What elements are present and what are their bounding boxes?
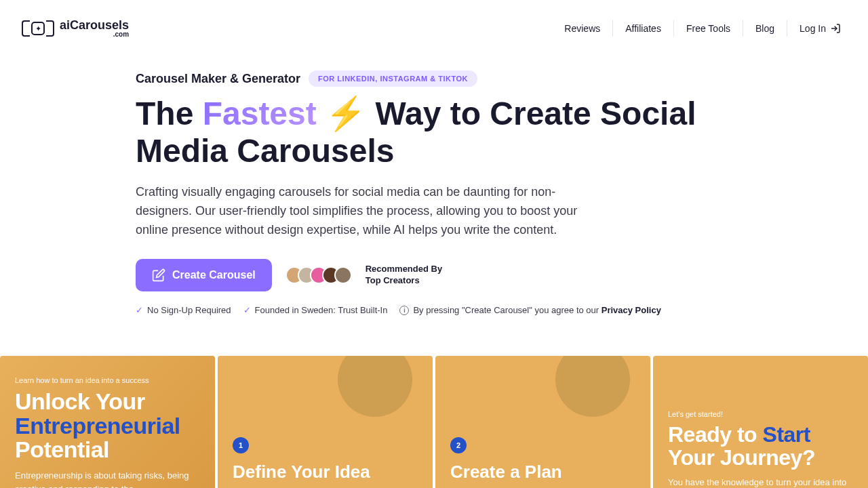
hero-title: The Fastest ⚡ Way to Create Social Media… (136, 95, 732, 169)
nav-blog[interactable]: Blog (743, 20, 787, 37)
login-icon (830, 23, 841, 34)
info-icon: i (399, 306, 409, 315)
slide-number: 1 (233, 437, 249, 453)
meta-founded: Founded in Sweden: Trust Built-In (255, 305, 388, 315)
showcase-slide-3: 2 Create a Plan Set goals, create a budg… (435, 356, 650, 488)
login-label: Log In (800, 23, 826, 34)
nav-affiliates[interactable]: Affiliates (613, 20, 674, 37)
hero-label: Carousel Maker & Generator (136, 72, 300, 86)
circle-decoration (555, 356, 630, 417)
top-nav: Reviews Affiliates Free Tools Blog Log I… (552, 20, 841, 37)
nav-free-tools[interactable]: Free Tools (674, 20, 743, 37)
avatar-group (285, 266, 352, 284)
logo-text: aiCarousels (60, 19, 129, 31)
hero-description: Crafting visually engaging carousels for… (136, 183, 597, 240)
logo-subtext: .com (60, 31, 129, 38)
logo[interactable]: ✦ aiCarousels .com (22, 19, 129, 38)
hero-meta: ✓No Sign-Up Required ✓Founded in Sweden:… (136, 305, 732, 315)
edit-icon (152, 268, 165, 282)
showcase-slide-1: Learn how to turn an idea into a success… (0, 356, 215, 488)
meta-agree: By pressing "Create Carousel" you agree … (413, 305, 661, 315)
check-icon: ✓ (243, 305, 251, 315)
privacy-policy-link[interactable]: Privacy Policy (601, 305, 661, 315)
showcase-slide-4: Let's get started! Ready to Start Your J… (653, 356, 868, 488)
create-carousel-button[interactable]: Create Carousel (136, 259, 272, 291)
logo-icon: ✦ (22, 20, 54, 37)
avatar (334, 266, 352, 284)
nav-login[interactable]: Log In (787, 20, 841, 37)
meta-no-signup: No Sign-Up Required (147, 305, 231, 315)
nav-reviews[interactable]: Reviews (552, 20, 613, 37)
carousel-showcase: Learn how to turn an idea into a success… (0, 356, 868, 488)
hero-badge: FOR LINKEDIN, INSTAGRAM & TIKTOK (309, 70, 477, 87)
bolt-icon: ⚡ (326, 95, 366, 132)
slide-number: 2 (450, 437, 467, 453)
circle-decoration (338, 356, 412, 417)
check-icon: ✓ (136, 305, 143, 315)
recommended-text: Recommended By Top Creators (366, 264, 442, 287)
cta-label: Create Carousel (172, 269, 256, 281)
showcase-slide-2: 1 Define Your Idea A solid foundation st… (218, 356, 433, 488)
